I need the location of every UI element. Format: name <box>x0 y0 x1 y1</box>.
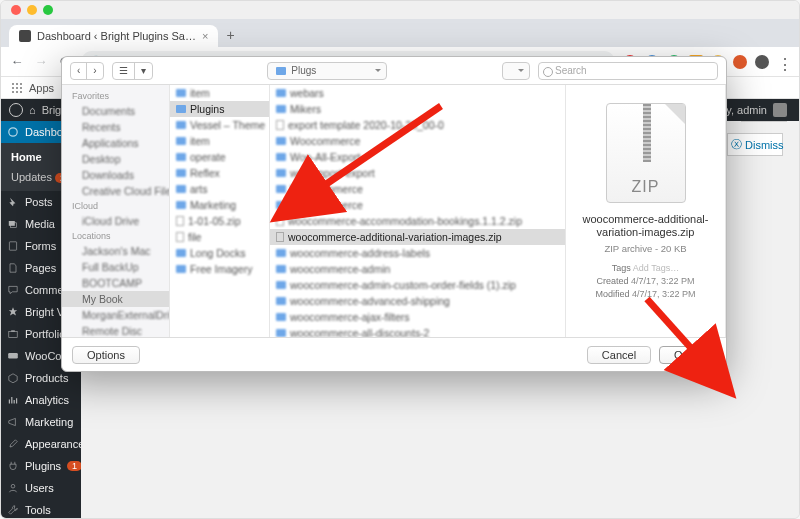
list-item[interactable]: operate <box>170 149 269 165</box>
cancel-button[interactable]: Cancel <box>587 346 651 364</box>
list-item[interactable]: woocommerce-advanced-shipping <box>270 293 565 309</box>
arrange-popup[interactable] <box>502 62 530 80</box>
list-item[interactable]: item <box>170 85 269 101</box>
wp-logo-icon[interactable] <box>9 103 23 117</box>
zip-file-icon <box>276 232 284 242</box>
list-item[interactable]: item <box>170 133 269 149</box>
sidebar-item-selected[interactable]: My Book <box>62 291 169 307</box>
chrome-menu-icon[interactable]: ⋮ <box>777 55 791 69</box>
sidebar-item[interactable]: Recents <box>62 119 169 135</box>
new-tab-button[interactable]: + <box>218 23 242 47</box>
sidebar-item[interactable]: BOOTCAMP <box>62 275 169 291</box>
finder-search[interactable]: Search <box>538 62 718 80</box>
sidebar-item[interactable]: MorganExternalDrive <box>62 307 169 323</box>
list-item[interactable]: Long Docks <box>170 245 269 261</box>
sidebar-item[interactable]: Desktop <box>62 151 169 167</box>
list-item[interactable]: woocommerce-address-labels <box>270 245 565 261</box>
page-icon <box>7 262 19 274</box>
sidebar-item-analytics[interactable]: Analytics <box>1 389 81 411</box>
submenu-label: Updates <box>11 171 52 183</box>
sidebar-item-marketing[interactable]: Marketing <box>1 411 81 433</box>
list-item-selected[interactable]: woocommerce-additional-variation-images.… <box>270 229 565 245</box>
list-item[interactable]: woocommerce-admin-custom-order-fields (1… <box>270 277 565 293</box>
svg-point-6 <box>11 484 15 488</box>
apps-icon[interactable] <box>11 82 23 94</box>
sidebar-item-users[interactable]: Users <box>1 477 81 499</box>
dismiss-notice[interactable]: ⓧ Dismiss <box>727 133 783 156</box>
chevron-right-icon[interactable]: › <box>87 63 102 79</box>
list-item[interactable]: woocommerce-admin <box>270 261 565 277</box>
list-item[interactable]: WooCommerce <box>270 197 565 213</box>
view-mode-toggle[interactable]: ☰▾ <box>112 62 153 80</box>
sidebar-item-plugins[interactable]: Plugins 1 <box>1 455 81 477</box>
list-item[interactable]: Woocommerce <box>270 133 565 149</box>
user-avatar-icon[interactable] <box>773 103 787 117</box>
sidebar-heading: Favorites <box>62 89 169 103</box>
ext-icon[interactable] <box>733 55 747 69</box>
sidebar-item[interactable]: Documents <box>62 103 169 119</box>
sidebar-item-label: Plugins <box>25 460 61 472</box>
svg-rect-1 <box>9 221 15 226</box>
list-item[interactable]: arts <box>170 181 269 197</box>
folder-icon <box>176 105 186 113</box>
sidebar-item-label: Appearance <box>25 438 81 450</box>
dismiss-icon: ⓧ <box>731 137 742 152</box>
list-item[interactable]: Mikers <box>270 101 565 117</box>
add-tags[interactable]: Add Tags… <box>633 263 679 273</box>
maximize-window-icon[interactable] <box>43 5 53 15</box>
list-item-selected[interactable]: Plugins <box>170 101 269 117</box>
list-item[interactable]: woo-import-export <box>270 165 565 181</box>
column-view-icon[interactable]: ☰ <box>113 63 135 79</box>
sidebar-item[interactable]: Applications <box>62 135 169 151</box>
list-item[interactable]: 1-01-05.zip <box>170 213 269 229</box>
profile-avatar-icon[interactable] <box>755 55 769 69</box>
apps-label[interactable]: Apps <box>29 82 54 94</box>
preview-pane: ZIP woocommerce-additional-variation-ima… <box>566 85 726 337</box>
close-window-icon[interactable] <box>11 5 21 15</box>
minimize-window-icon[interactable] <box>27 5 37 15</box>
tab-close-icon[interactable]: × <box>202 30 208 42</box>
sidebar-item[interactable]: Downloads <box>62 167 169 183</box>
plug-icon <box>7 460 19 472</box>
list-item[interactable]: export template 2020-10-28_00-0 <box>270 117 565 133</box>
sidebar-item-label: Tools <box>25 504 51 516</box>
list-item[interactable]: Vessel – Theme <box>170 117 269 133</box>
list-item[interactable]: webars <box>270 85 565 101</box>
product-icon <box>7 372 19 384</box>
home-icon[interactable]: ⌂ <box>29 104 36 116</box>
sidebar-item[interactable]: iCloud Drive <box>62 213 169 229</box>
forward-button[interactable]: → <box>33 54 49 70</box>
list-item[interactable]: file <box>170 229 269 245</box>
tab-title: Dashboard ‹ Bright Plugins Sa… <box>37 30 196 42</box>
sidebar-item-label: Users <box>25 482 54 494</box>
list-item-label: Plugins <box>190 103 224 115</box>
sidebar-item-label: Posts <box>25 196 53 208</box>
window-titlebar <box>1 1 799 19</box>
star-icon <box>7 306 19 318</box>
sidebar-item[interactable]: Full BackUp <box>62 259 169 275</box>
list-item[interactable]: Marketing <box>170 197 269 213</box>
sidebar-item-appearance[interactable]: Appearance <box>1 433 81 455</box>
folder-popup[interactable]: Plugs <box>267 62 387 80</box>
list-item[interactable]: Reflex <box>170 165 269 181</box>
list-item[interactable]: Free Imagery <box>170 261 269 277</box>
back-button[interactable]: ← <box>9 54 25 70</box>
user-icon <box>7 482 19 494</box>
sidebar-item[interactable]: Creative Cloud Files <box>62 183 169 199</box>
options-button[interactable]: Options <box>72 346 140 364</box>
column-browser: Favorites Documents Recents Applications… <box>62 85 726 337</box>
list-item[interactable]: woocommerce-all-discounts-2 <box>270 325 565 337</box>
list-item[interactable]: woocommerce-ajax-filters <box>270 309 565 325</box>
sidebar-item[interactable]: Remote Disc <box>62 323 169 337</box>
sidebar-item-tools[interactable]: Tools <box>1 499 81 519</box>
list-item[interactable]: Woo-All-Export <box>270 149 565 165</box>
tab-dashboard[interactable]: Dashboard ‹ Bright Plugins Sa… × <box>9 25 218 47</box>
nav-back-forward[interactable]: ‹› <box>70 62 104 80</box>
chevron-left-icon[interactable]: ‹ <box>71 63 87 79</box>
list-item[interactable]: woocommerce-accommodation-bookings.1.1.2… <box>270 213 565 229</box>
list-item[interactable]: WooCommerce <box>270 181 565 197</box>
chevron-down-icon[interactable]: ▾ <box>135 63 152 79</box>
open-button[interactable]: Open <box>659 346 716 364</box>
sidebar-item-label: Portfolio <box>25 328 65 340</box>
sidebar-item[interactable]: Jackson's Mac <box>62 243 169 259</box>
